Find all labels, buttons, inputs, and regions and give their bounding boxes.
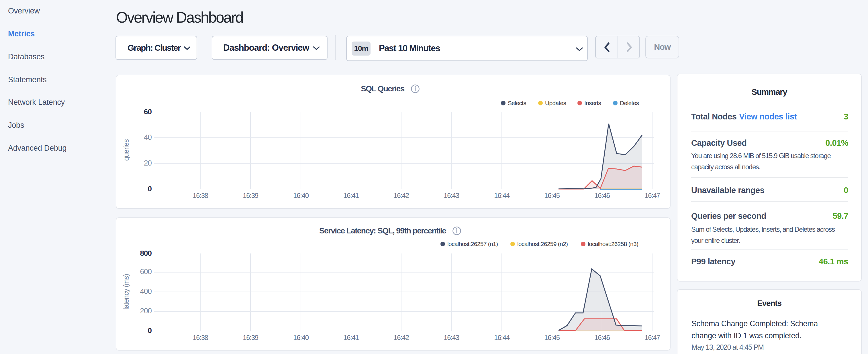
svg-text:16:41: 16:41 [343, 334, 359, 342]
svg-text:800: 800 [140, 249, 152, 257]
svg-text:16:45: 16:45 [544, 192, 560, 199]
svg-text:16:45: 16:45 [544, 334, 560, 342]
svg-text:16:47: 16:47 [645, 192, 660, 199]
svg-text:16:47: 16:47 [645, 334, 660, 342]
svg-text:16:40: 16:40 [293, 192, 309, 199]
svg-text:0: 0 [148, 326, 152, 335]
svg-text:16:38: 16:38 [192, 192, 208, 199]
svg-text:16:40: 16:40 [293, 334, 309, 342]
svg-text:60: 60 [144, 107, 152, 116]
svg-text:600: 600 [140, 267, 152, 276]
svg-text:16:44: 16:44 [494, 334, 510, 342]
svg-text:20: 20 [144, 159, 152, 167]
svg-text:0: 0 [148, 185, 152, 193]
svg-text:16:46: 16:46 [594, 334, 610, 342]
svg-text:40: 40 [144, 133, 152, 141]
svg-text:16:46: 16:46 [594, 192, 610, 199]
svg-text:latency (ms): latency (ms) [122, 274, 130, 310]
svg-text:16:43: 16:43 [443, 334, 459, 342]
svg-text:16:41: 16:41 [343, 192, 359, 199]
svg-text:16:44: 16:44 [494, 192, 510, 199]
svg-text:16:38: 16:38 [192, 334, 208, 342]
svg-text:200: 200 [140, 307, 152, 315]
svg-text:queries: queries [122, 139, 130, 161]
svg-text:16:39: 16:39 [243, 334, 258, 342]
svg-text:16:42: 16:42 [394, 334, 409, 342]
svg-text:400: 400 [140, 287, 152, 296]
svg-text:16:43: 16:43 [443, 192, 459, 199]
svg-text:16:39: 16:39 [243, 192, 258, 199]
svg-text:16:42: 16:42 [394, 192, 409, 199]
